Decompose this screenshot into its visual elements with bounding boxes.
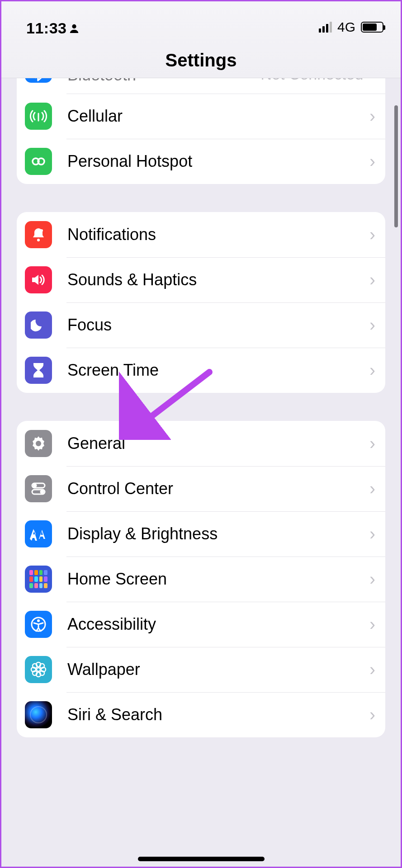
svg-point-10 xyxy=(41,491,43,493)
hourglass-icon xyxy=(25,357,52,384)
svg-point-3 xyxy=(37,239,40,241)
chevron-right-icon: › xyxy=(369,270,375,290)
status-right: 4G xyxy=(319,19,383,35)
clock-text: 11:33 xyxy=(26,19,66,37)
row-display[interactable]: Display & Brightness › xyxy=(17,511,385,557)
row-controlcenter[interactable]: Control Center › xyxy=(17,466,385,511)
app-grid-icon xyxy=(25,566,52,593)
row-label: Siri & Search xyxy=(67,705,369,724)
row-label: General xyxy=(67,434,369,453)
page-title: Settings xyxy=(1,50,401,71)
chevron-right-icon: › xyxy=(369,705,375,725)
row-wallpaper[interactable]: Wallpaper › xyxy=(17,647,385,692)
status-time: 11:33 xyxy=(26,19,79,37)
row-siri[interactable]: Siri & Search › xyxy=(17,692,385,737)
svg-point-6 xyxy=(36,441,41,446)
svg-point-22 xyxy=(30,707,47,723)
group-system: General › Control Center › Display & Bri… xyxy=(17,421,385,737)
row-label: Screen Time xyxy=(67,361,369,380)
chevron-right-icon: › xyxy=(369,152,375,171)
group-alerts: Notifications › Sounds & Haptics › Focus… xyxy=(17,212,385,393)
network-label: 4G xyxy=(337,19,355,35)
row-label: Personal Hotspot xyxy=(67,152,369,171)
row-homescreen[interactable]: Home Screen › xyxy=(17,557,385,602)
svg-point-4 xyxy=(40,229,43,232)
row-notifications[interactable]: Notifications › xyxy=(17,212,385,257)
flower-icon xyxy=(25,656,52,683)
chevron-right-icon: › xyxy=(369,479,375,499)
row-bluetooth[interactable]: Bluetooth Not Connected › xyxy=(17,78,385,94)
person-icon xyxy=(69,23,79,34)
chevron-right-icon: › xyxy=(369,570,375,589)
row-label: Notifications xyxy=(67,225,369,244)
chevron-right-icon: › xyxy=(369,524,375,544)
row-label: Display & Brightness xyxy=(67,524,369,543)
bluetooth-icon xyxy=(25,78,52,83)
row-sounds[interactable]: Sounds & Haptics › xyxy=(17,257,385,302)
svg-point-0 xyxy=(72,24,76,28)
chevron-right-icon: › xyxy=(369,225,375,245)
bell-icon xyxy=(25,221,52,248)
siri-icon xyxy=(25,701,52,728)
group-connectivity: Bluetooth Not Connected › Cellular › Per… xyxy=(17,78,385,184)
battery-icon xyxy=(361,22,383,33)
chevron-right-icon: › xyxy=(369,434,375,453)
cellular-icon xyxy=(25,103,52,130)
row-label: Sounds & Haptics xyxy=(67,270,369,289)
signal-icon xyxy=(319,22,332,33)
svg-point-8 xyxy=(33,484,36,487)
hotspot-icon xyxy=(25,148,52,175)
text-size-icon xyxy=(25,520,52,547)
row-label: Home Screen xyxy=(67,570,369,589)
row-label: Wallpaper xyxy=(67,660,369,679)
row-screentime[interactable]: Screen Time › xyxy=(17,348,385,393)
row-label: Accessibility xyxy=(67,615,369,634)
row-label: Focus xyxy=(67,316,369,335)
accessibility-icon xyxy=(25,611,52,638)
chevron-right-icon: › xyxy=(369,107,375,126)
row-label: Control Center xyxy=(67,479,369,498)
row-accessibility[interactable]: Accessibility › xyxy=(17,602,385,647)
row-label: Cellular xyxy=(67,107,369,126)
chevron-right-icon: › xyxy=(369,78,375,83)
chevron-right-icon: › xyxy=(369,316,375,335)
row-hotspot[interactable]: Personal Hotspot › xyxy=(17,139,385,184)
chevron-right-icon: › xyxy=(369,361,375,380)
row-cellular[interactable]: Cellular › xyxy=(17,94,385,139)
svg-point-12 xyxy=(37,619,40,622)
moon-icon xyxy=(25,311,52,339)
status-bar: 11:33 4G Settings xyxy=(1,1,401,78)
row-value: Not Connected xyxy=(261,78,364,83)
svg-point-13 xyxy=(37,668,40,671)
home-indicator[interactable] xyxy=(138,857,265,861)
row-focus[interactable]: Focus › xyxy=(17,302,385,348)
speaker-icon xyxy=(25,266,52,293)
row-label: Bluetooth xyxy=(67,78,261,85)
row-general[interactable]: General › xyxy=(17,421,385,466)
chevron-right-icon: › xyxy=(369,615,375,634)
toggles-icon xyxy=(25,475,52,502)
gear-icon xyxy=(25,430,52,457)
chevron-right-icon: › xyxy=(369,660,375,679)
settings-list: Bluetooth Not Connected › Cellular › Per… xyxy=(1,78,401,867)
